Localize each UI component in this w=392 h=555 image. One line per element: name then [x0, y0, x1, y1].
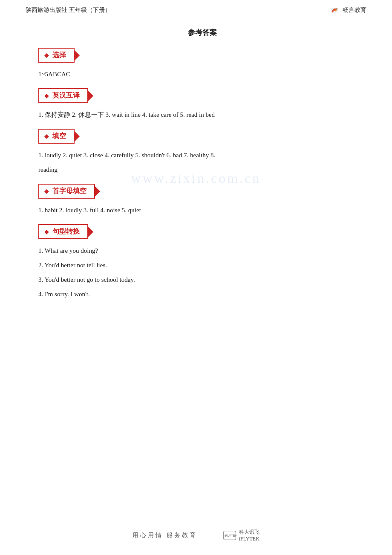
- content-juxing: 1. What are you doing? 2. You'd better n…: [38, 244, 366, 301]
- section-diamond-icon2: ◆: [44, 92, 49, 99]
- section-diamond-icon4: ◆: [44, 188, 49, 195]
- section-tiankong-box: ◆ 填空: [38, 129, 75, 144]
- page-title: 参考答案: [38, 28, 366, 38]
- content-yinghan-line1: 1. 保持安静 2. 休息一下 3. wait in line 4. take …: [38, 108, 366, 121]
- iflytek-icon: iFLYTEK: [223, 531, 236, 540]
- content-yinghan: 1. 保持安静 2. 休息一下 3. wait in line 4. take …: [38, 108, 366, 121]
- section-juxing-box: ◆ 句型转换: [38, 224, 88, 239]
- header-right: 畅言教育: [329, 6, 366, 14]
- section-yinghan-title: 英汉互译: [52, 91, 80, 100]
- content-juxing-line1: 1. What are you doing?: [38, 244, 366, 257]
- content-juxing-line3: 3. You'd better not go to school today.: [38, 273, 366, 286]
- content-tiankong-line2: reading: [38, 163, 366, 176]
- footer-slogan: 用心用情 服务教育: [133, 532, 197, 539]
- svg-text:iFLYTEK: iFLYTEK: [225, 534, 236, 538]
- section-diamond-icon3: ◆: [44, 133, 49, 140]
- section-shouzitumu-box: ◆ 首字母填空: [38, 184, 95, 199]
- section-xuanze-header: ◆ 选择: [38, 48, 366, 63]
- content-xuanze-line1: 1~5ABCAC: [38, 68, 366, 81]
- footer: 用心用情 服务教育 iFLYTEK 科大讯飞iFLYTEK: [0, 529, 392, 542]
- content-juxing-line4: 4. I'm sorry. I won't.: [38, 288, 366, 301]
- header-brand: 畅言教育: [343, 6, 366, 14]
- section-shouzitumu-title: 首字母填空: [52, 187, 86, 196]
- bird-logo-icon: [329, 6, 340, 14]
- content-juxing-line2: 2. You'd better not tell lies.: [38, 259, 366, 272]
- section-tiankong-title: 填空: [52, 132, 66, 141]
- header-publisher: 陕西旅游出版社 五年级（下册）: [26, 6, 111, 14]
- section-tiankong-header: ◆ 填空: [38, 129, 366, 144]
- section-juxing-title: 句型转换: [52, 227, 80, 236]
- section-yinghan-box: ◆ 英汉互译: [38, 88, 88, 103]
- content-tiankong-line1: 1. loudly 2. quiet 3. close 4. carefully…: [38, 149, 366, 162]
- svg-point-1: [336, 9, 337, 9]
- content-tiankong: 1. loudly 2. quiet 3. close 4. carefully…: [38, 149, 366, 176]
- section-xuanze-box: ◆ 选择: [38, 48, 75, 63]
- content-shouzitumu-line1: 1. habit 2. loudly 3. full 4. noise 5. q…: [38, 204, 366, 217]
- header: 陕西旅游出版社 五年级（下册） 畅言教育: [0, 0, 392, 19]
- section-diamond-icon5: ◆: [44, 228, 49, 235]
- footer-logo: iFLYTEK 科大讯飞iFLYTEK: [223, 529, 259, 542]
- section-shouzitumu-header: ◆ 首字母填空: [38, 184, 366, 199]
- section-juxing-header: ◆ 句型转换: [38, 224, 366, 239]
- main-content: 参考答案 ◆ 选择 1~5ABCAC ◆ 英汉互译 1. 保持安静 2. 休息一…: [0, 19, 392, 334]
- content-shouzitumu: 1. habit 2. loudly 3. full 4. noise 5. q…: [38, 204, 366, 217]
- page-wrapper: 陕西旅游出版社 五年级（下册） 畅言教育 参考答案 ◆ 选择 1~5ABCAC: [0, 0, 392, 555]
- section-diamond-icon: ◆: [44, 52, 49, 59]
- section-yinghan-header: ◆ 英汉互译: [38, 88, 366, 103]
- content-xuanze: 1~5ABCAC: [38, 68, 366, 81]
- section-xuanze-title: 选择: [52, 51, 66, 60]
- iflytek-text: 科大讯飞iFLYTEK: [239, 529, 259, 542]
